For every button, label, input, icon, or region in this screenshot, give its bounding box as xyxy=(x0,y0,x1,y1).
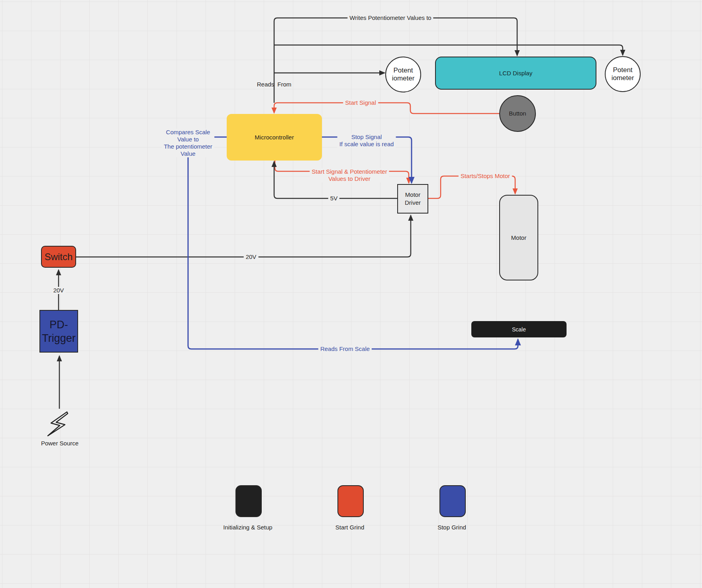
power-source-label: Power Source xyxy=(41,440,78,447)
lcd-display-label: LCD Display xyxy=(499,70,532,76)
switch-label: Switch xyxy=(45,251,73,263)
edge-label-stop-signal: Stop Signal If scale value is read xyxy=(337,133,396,148)
pd-trigger-label-2: Trigger xyxy=(42,331,76,345)
motor-driver-label-1: Motor xyxy=(405,191,420,199)
edge-label-5v: 5V xyxy=(328,195,339,202)
edge-label-20v-switch: 20V xyxy=(51,287,66,294)
edge-label-compares: Compares Scale Value to The potentiomete… xyxy=(162,129,214,157)
diagram-canvas: Microcontroller LCD Display Potent iomet… xyxy=(0,0,702,588)
potentiometer-right-label-2: iometer xyxy=(612,74,634,82)
lightning-bolt-icon xyxy=(48,412,68,436)
edge-label-start-signal: Start Signal xyxy=(343,99,378,106)
node-potentiometer-right[interactable]: Potent iometer xyxy=(605,56,641,92)
node-button[interactable]: Button xyxy=(499,95,536,132)
legend-label-initializing-setup: Initializing & Setup xyxy=(223,524,272,531)
legend-swatch-start-grind[interactable] xyxy=(337,485,364,517)
legend-swatch-stop-grind[interactable] xyxy=(439,485,466,517)
legend-label-start-grind: Start Grind xyxy=(335,524,365,531)
node-potentiometer-left[interactable]: Potent iometer xyxy=(385,57,421,92)
motor-driver-label-2: Driver xyxy=(405,199,421,207)
edge-label-start-signal-pot: Start Signal & Potentiometer Values to D… xyxy=(310,168,389,182)
edge-20v-to-driver xyxy=(76,216,411,257)
edge-label-reads-from: Reads From xyxy=(257,81,292,88)
node-scale[interactable]: Scale xyxy=(471,321,567,337)
node-pd-trigger[interactable]: PD- Trigger xyxy=(39,310,78,353)
pd-trigger-label-1: PD- xyxy=(49,318,68,331)
button-label: Button xyxy=(509,110,526,118)
scale-label: Scale xyxy=(512,326,526,333)
node-motor-driver[interactable]: Motor Driver xyxy=(397,184,428,214)
edge-label-starts-stops-motor: Starts/Stops Motor xyxy=(459,172,512,180)
node-lcd-display[interactable]: LCD Display xyxy=(435,57,596,90)
potentiometer-left-label-1: Potent xyxy=(393,67,413,74)
potentiometer-right-label-1: Potent xyxy=(613,66,632,74)
edge-writes-to-right-potentiometer xyxy=(274,45,623,55)
microcontroller-label: Microcontroller xyxy=(255,134,294,141)
node-motor[interactable]: Motor xyxy=(499,195,538,280)
edge-label-reads-from-scale: Reads From Scale xyxy=(318,345,372,353)
node-microcontroller[interactable]: Microcontroller xyxy=(227,114,322,161)
node-switch[interactable]: Switch xyxy=(41,246,76,268)
edge-start-signal xyxy=(274,103,500,114)
legend-swatch-initializing-setup[interactable] xyxy=(235,485,262,517)
edge-label-20v-line: 20V xyxy=(244,253,259,261)
potentiometer-left-label-2: iometer xyxy=(392,74,415,82)
edge-label-writes-potentiometer: Writes Potentiometer Values to xyxy=(347,14,433,22)
motor-label: Motor xyxy=(511,234,526,241)
legend-label-stop-grind: Stop Grind xyxy=(437,524,466,531)
